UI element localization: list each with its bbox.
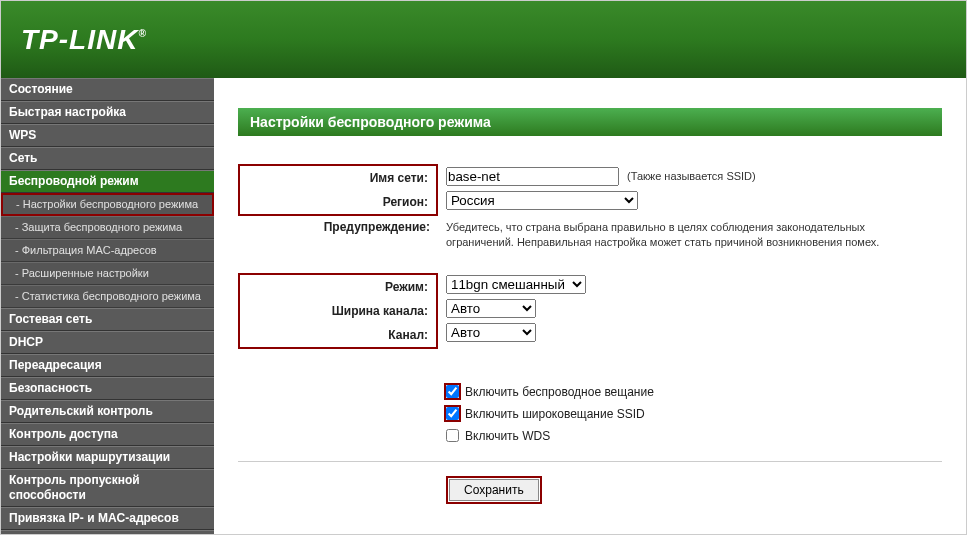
wds-checkbox[interactable] [446, 429, 459, 442]
sidebar-item[interactable]: Контроль пропускной способности [1, 469, 214, 507]
sidebar-subitem[interactable]: - Расширенные настройки [1, 262, 214, 285]
channel-field-row: Авто [446, 321, 586, 345]
warning-label: Предупреждение: [238, 220, 438, 251]
channel-select[interactable]: Авто [446, 323, 536, 342]
sidebar-item[interactable]: Контроль доступа [1, 423, 214, 446]
logo: TP-LINK® [21, 24, 147, 56]
ssid-broadcast-checkbox[interactable] [446, 407, 459, 420]
mode-fields: 11bgn смешанный Авто Авто [438, 273, 586, 349]
broadcast-row: Включить беспроводное вещание [446, 385, 942, 399]
channel-label: Канал: [240, 323, 436, 347]
ssid-hint: (Также называется SSID) [627, 170, 756, 182]
broadcast-checkbox[interactable] [446, 385, 459, 398]
checkbox-section: Включить беспроводное вещание Включить ш… [238, 385, 942, 443]
region-field-row: Россия [446, 188, 756, 212]
sidebar-item[interactable]: Динамический DNS [1, 530, 214, 534]
mode-select[interactable]: 11bgn смешанный [446, 275, 586, 294]
mode-group: Режим: Ширина канала: Канал: 11bgn смеша… [238, 273, 942, 349]
broadcast-label: Включить беспроводное вещание [465, 385, 654, 399]
separator [238, 461, 942, 462]
width-field-row: Авто [446, 297, 586, 321]
sidebar-item[interactable]: Сеть [1, 147, 214, 170]
sidebar-item[interactable]: Гостевая сеть [1, 308, 214, 331]
sidebar-subitem[interactable]: - Настройки беспроводного режима [1, 193, 214, 216]
sidebar-item[interactable]: DHCP [1, 331, 214, 354]
sidebar-item[interactable]: Беспроводной режим [1, 170, 214, 193]
width-select[interactable]: Авто [446, 299, 536, 318]
ssid-broadcast-row: Включить широковещание SSID [446, 407, 942, 421]
ssid-region-group: Имя сети: Регион: (Также называется SSID… [238, 164, 942, 216]
save-highlight: Сохранить [446, 476, 542, 504]
mode-labels: Режим: Ширина канала: Канал: [238, 273, 438, 349]
region-select[interactable]: Россия [446, 191, 638, 210]
body: СостояниеБыстрая настройкаWPSСетьБеспров… [1, 78, 966, 534]
sidebar-subitem[interactable]: - Фильтрация MAC-адресов [1, 239, 214, 262]
ssid-region-fields: (Также называется SSID) Россия [438, 164, 756, 216]
ssid-broadcast-label: Включить широковещание SSID [465, 407, 645, 421]
sidebar-item[interactable]: WPS [1, 124, 214, 147]
sidebar-item[interactable]: Безопасность [1, 377, 214, 400]
region-label: Регион: [240, 190, 436, 214]
ssid-input[interactable] [446, 167, 619, 186]
save-row: Сохранить [446, 476, 942, 504]
save-button[interactable]: Сохранить [449, 479, 539, 501]
logo-text: TP-LINK [21, 24, 138, 55]
warning-row: Предупреждение: Убедитесь, что страна вы… [238, 220, 942, 251]
ssid-label: Имя сети: [240, 166, 436, 190]
sidebar-item[interactable]: Родительский контроль [1, 400, 214, 423]
sidebar-subitem[interactable]: - Защита беспроводного режима [1, 216, 214, 239]
sidebar: СостояниеБыстрая настройкаWPSСетьБеспров… [1, 78, 214, 534]
warning-text: Убедитесь, что страна выбрана правильно … [438, 220, 908, 251]
mode-field-row: 11bgn смешанный [446, 273, 586, 297]
panel-title: Настройки беспроводного режима [238, 108, 942, 136]
header: TP-LINK® [1, 1, 966, 78]
wds-row: Включить WDS [446, 429, 942, 443]
ssid-region-labels: Имя сети: Регион: [238, 164, 438, 216]
ssid-field-row: (Также называется SSID) [446, 164, 756, 188]
sidebar-subitem[interactable]: - Статистика беспроводного режима [1, 285, 214, 308]
app-window: TP-LINK® СостояниеБыстрая настройкаWPSСе… [0, 0, 967, 535]
content: Настройки беспроводного режима Имя сети:… [214, 78, 966, 534]
sidebar-item[interactable]: Переадресация [1, 354, 214, 377]
sidebar-item[interactable]: Настройки маршрутизации [1, 446, 214, 469]
wds-label: Включить WDS [465, 429, 550, 443]
sidebar-item[interactable]: Состояние [1, 78, 214, 101]
sidebar-item[interactable]: Быстрая настройка [1, 101, 214, 124]
logo-mark: ® [138, 28, 146, 39]
width-label: Ширина канала: [240, 299, 436, 323]
sidebar-item[interactable]: Привязка IP- и MAC-адресов [1, 507, 214, 530]
mode-label: Режим: [240, 275, 436, 299]
